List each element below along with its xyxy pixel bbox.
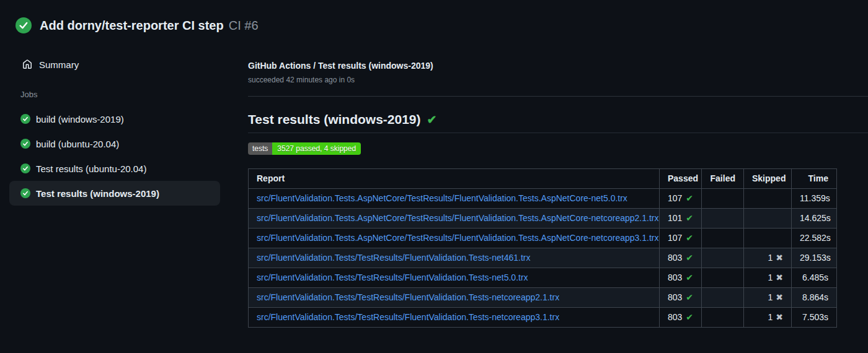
report-cell: src/FluentValidation.Tests.AspNetCore/Te…: [249, 189, 660, 209]
skipped-cell: 1✖: [744, 268, 792, 288]
results-table-wrap: ReportPassedFailedSkippedTime src/Fluent…: [248, 168, 868, 328]
skipped-cell: 1✖: [744, 288, 792, 308]
home-icon: [22, 59, 32, 69]
workflow-run-page: Add dorny/test-reporter CI step CI #6 Su…: [0, 0, 868, 353]
skipped-cross-icon: ✖: [776, 312, 783, 322]
skipped-count: 1: [768, 272, 773, 282]
skipped-count: 1: [768, 312, 773, 322]
table-row: src/FluentValidation.Tests.AspNetCore/Te…: [249, 189, 837, 209]
table-row: src/FluentValidation.Tests/TestResults/F…: [249, 308, 837, 328]
job-success-check-circle-icon: [20, 163, 30, 173]
table-row: src/FluentValidation.Tests/TestResults/F…: [249, 268, 837, 288]
report-link[interactable]: src/FluentValidation.Tests.AspNetCore/Te…: [257, 233, 658, 243]
sidebar-item-summary[interactable]: Summary: [0, 54, 238, 74]
sidebar-job-item-2[interactable]: build (ubuntu-20.04): [9, 131, 220, 156]
report-link[interactable]: src/FluentValidation.Tests.AspNetCore/Te…: [257, 193, 627, 203]
passed-cell: 803✔: [660, 248, 702, 268]
job-label: build (ubuntu-20.04): [36, 139, 119, 149]
time-cell: 22.582s: [792, 229, 837, 248]
report-link[interactable]: src/FluentValidation.Tests/TestResults/F…: [257, 292, 559, 302]
passed-count: 803: [668, 272, 682, 282]
column-header-skipped: Skipped: [744, 169, 792, 189]
report-link[interactable]: src/FluentValidation.Tests.AspNetCore/Te…: [257, 213, 658, 223]
tests-badge: tests 3527 passed, 4 skipped: [248, 142, 361, 155]
report-link[interactable]: src/FluentValidation.Tests/TestResults/F…: [257, 312, 559, 322]
passed-cell: 101✔: [660, 209, 702, 229]
check-run-status-text: succeeded 42 minutes ago in 0s: [248, 76, 868, 85]
passed-cell: 107✔: [660, 229, 702, 248]
job-label: Test results (ubuntu-20.04): [36, 163, 146, 174]
job-success-check-circle-icon: [20, 139, 30, 149]
passed-count: 803: [668, 253, 682, 263]
passed-cell: 107✔: [660, 189, 702, 209]
job-success-check-circle-icon: [20, 114, 30, 124]
passed-check-icon: ✔: [686, 312, 693, 322]
skipped-cell: [744, 229, 792, 248]
report-cell: src/FluentValidation.Tests/TestResults/F…: [249, 288, 660, 308]
table-row: src/FluentValidation.Tests.AspNetCore/Te…: [249, 229, 837, 248]
failed-cell: [702, 209, 744, 229]
job-success-check-circle-icon: [20, 188, 30, 198]
passed-check-icon: ✔: [686, 292, 693, 302]
passed-cell: 803✔: [660, 308, 702, 328]
run-success-check-circle-icon: [16, 17, 32, 33]
time-cell: 6.485s: [792, 268, 837, 288]
passed-count: 101: [668, 213, 682, 223]
report-heading: Test results (windows-2019)✔: [248, 111, 868, 133]
job-label: build (windows-2019): [36, 114, 124, 124]
column-header-passed: Passed: [660, 169, 702, 189]
passed-count: 107: [668, 233, 682, 243]
report-cell: src/FluentValidation.Tests/TestResults/F…: [249, 248, 660, 268]
jobs-section-label: Jobs: [20, 90, 238, 99]
badge-row: tests 3527 passed, 4 skipped: [248, 142, 868, 155]
check-run-context-title: GitHub Actions / Test results (windows-2…: [248, 60, 868, 72]
run-title: Add dorny/test-reporter CI step: [40, 19, 224, 33]
passed-check-icon: ✔: [686, 253, 693, 263]
passed-check-icon: ✔: [686, 213, 693, 223]
report-cell: src/FluentValidation.Tests/TestResults/F…: [249, 268, 660, 288]
passed-count: 803: [668, 312, 682, 322]
job-label: Test results (windows-2019): [36, 188, 159, 199]
skipped-cross-icon: ✖: [776, 253, 783, 263]
skipped-cell: 1✖: [744, 248, 792, 268]
failed-cell: [702, 268, 744, 288]
skipped-count: 1: [768, 292, 773, 302]
sidebar-job-item-1[interactable]: build (windows-2019): [9, 107, 220, 131]
table-row: src/FluentValidation.Tests/TestResults/F…: [249, 288, 837, 308]
passed-check-icon: ✔: [686, 272, 693, 282]
skipped-cross-icon: ✖: [776, 272, 783, 282]
report-link[interactable]: src/FluentValidation.Tests/TestResults/F…: [257, 272, 528, 282]
passed-count: 803: [668, 292, 682, 302]
report-link[interactable]: src/FluentValidation.Tests/TestResults/F…: [257, 253, 530, 263]
jobs-list: build (windows-2019)build (ubuntu-20.04)…: [0, 107, 238, 206]
report-cell: src/FluentValidation.Tests/TestResults/F…: [249, 308, 660, 328]
passed-cell: 803✔: [660, 268, 702, 288]
failed-cell: [702, 308, 744, 328]
heading-success-check-icon: ✔: [427, 113, 437, 126]
table-header-row: ReportPassedFailedSkippedTime: [249, 169, 837, 189]
report-cell: src/FluentValidation.Tests.AspNetCore/Te…: [249, 209, 660, 229]
time-cell: 11.359s: [792, 189, 837, 209]
skipped-cross-icon: ✖: [776, 292, 783, 302]
skipped-cell: [744, 189, 792, 209]
run-number: CI #6: [229, 19, 259, 33]
skipped-cell: 1✖: [744, 308, 792, 328]
sidebar-job-item-4[interactable]: Test results (windows-2019): [9, 181, 220, 206]
column-header-failed: Failed: [702, 169, 744, 189]
column-header-report: Report: [249, 169, 660, 189]
table-row: src/FluentValidation.Tests/TestResults/F…: [249, 248, 837, 268]
failed-cell: [702, 229, 744, 248]
skipped-count: 1: [768, 253, 773, 263]
results-table: ReportPassedFailedSkippedTime src/Fluent…: [248, 168, 837, 328]
sidebar: Summary Jobs build (windows-2019)build (…: [0, 54, 238, 206]
failed-cell: [702, 248, 744, 268]
column-header-time: Time: [792, 169, 837, 189]
passed-count: 107: [668, 193, 682, 203]
sidebar-summary-label: Summary: [39, 59, 79, 70]
table-row: src/FluentValidation.Tests.AspNetCore/Te…: [249, 209, 837, 229]
time-cell: 29.153s: [792, 248, 837, 268]
sidebar-job-item-3[interactable]: Test results (ubuntu-20.04): [9, 156, 220, 181]
time-cell: 14.625s: [792, 209, 837, 229]
run-header: Add dorny/test-reporter CI step CI #6: [16, 17, 259, 33]
badge-label: tests: [248, 142, 272, 155]
